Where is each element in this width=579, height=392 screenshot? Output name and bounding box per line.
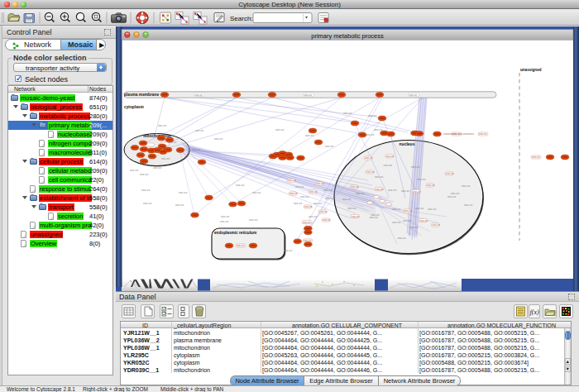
- svg-text:xxx-xx: xxx-xx: [323, 189, 332, 192]
- svg-text:xxx-xx: xxx-xx: [347, 207, 356, 210]
- svg-text:xxxxxxxxxx-xxx-xxxxxxxx: xxxxxxxxxx-xxx-xxxxxxxx: [443, 132, 474, 136]
- svg-text:xxx-xx: xxx-xx: [309, 215, 317, 218]
- svg-text:xxx-xx: xxx-xx: [284, 249, 292, 252]
- svg-text:xxx-xx: xxx-xx: [195, 129, 203, 132]
- svg-text:xxx-xx: xxx-xx: [356, 192, 364, 195]
- svg-text:xxx-xx: xxx-xx: [130, 169, 138, 172]
- svg-text:xxx-xx: xxx-xx: [221, 215, 229, 218]
- svg-text:endoplasmic reticulum: endoplasmic reticulum: [214, 231, 256, 235]
- svg-text:cytoplasm: cytoplasm: [124, 105, 144, 109]
- svg-text:xxx-xx: xxx-xx: [398, 237, 406, 240]
- svg-text:xxx-xx: xxx-xx: [532, 155, 540, 159]
- svg-text:xxx-xx: xxx-xx: [368, 114, 376, 117]
- svg-text:xxx-xx: xxx-xx: [313, 202, 322, 205]
- svg-text:xxx-xx: xxx-xx: [325, 145, 333, 148]
- svg-text:xxx-xx: xxx-xx: [295, 185, 304, 189]
- svg-text:xxx-xx: xxx-xx: [352, 215, 360, 218]
- svg-text:xxx-xx: xxx-xx: [409, 93, 418, 97]
- svg-text:xxx-xx: xxx-xx: [410, 226, 419, 229]
- svg-text:primary metabolic process: primary metabolic process: [311, 32, 384, 40]
- svg-text:xxx-xx: xxx-xx: [351, 185, 359, 189]
- svg-text:xxx-xx: xxx-xx: [309, 190, 318, 194]
- svg-text:Search:: Search:: [230, 15, 253, 22]
- svg-text:xxx-xx: xxx-xx: [392, 221, 400, 224]
- svg-text:xxx-xx: xxx-xx: [300, 195, 309, 198]
- svg-text:xxx-xx: xxx-xx: [401, 189, 409, 193]
- svg-text:xxx-xx: xxx-xx: [447, 195, 456, 198]
- svg-text:xxx-xx: xxx-xx: [417, 178, 425, 181]
- svg-text:xxx-xx: xxx-xx: [370, 216, 378, 219]
- svg-text:xxx-xx: xxx-xx: [214, 137, 223, 141]
- svg-text:xxx-xx: xxx-xx: [404, 209, 412, 213]
- svg-text:xxx-xx: xxx-xx: [446, 172, 454, 175]
- svg-text:xxx-xx: xxx-xx: [305, 134, 313, 137]
- svg-text:xxx-xx: xxx-xx: [376, 188, 384, 191]
- svg-text:xxx-xx: xxx-xx: [428, 208, 436, 211]
- svg-text:xxx-xx: xxx-xx: [343, 112, 352, 115]
- svg-text:xxx-xx: xxx-xx: [319, 210, 328, 213]
- svg-text:xxx-xx: xxx-xx: [141, 189, 150, 192]
- svg-text:xxx-xx: xxx-xx: [237, 244, 245, 247]
- svg-text:xxx-xx: xxx-xx: [427, 184, 435, 187]
- svg-text:xxx-xx: xxx-xx: [325, 197, 333, 200]
- svg-text:xxx-xx: xxx-xx: [323, 218, 331, 222]
- svg-text:xxx-xx: xxx-xx: [479, 132, 487, 136]
- svg-text:unassigned: unassigned: [520, 68, 542, 72]
- svg-text:xxx-xx: xxx-xx: [153, 166, 161, 170]
- svg-text:xxx-xx: xxx-xx: [236, 184, 244, 187]
- svg-text:xxx-xx: xxx-xx: [179, 191, 187, 194]
- svg-text:xxx-xx: xxx-xx: [420, 219, 428, 222]
- svg-text:xxx-xx: xxx-xx: [220, 220, 228, 223]
- svg-text:xxx-xx: xxx-xx: [195, 93, 203, 97]
- svg-text:xxx-xx: xxx-xx: [316, 182, 324, 185]
- svg-text:xxx-xx: xxx-xx: [175, 203, 184, 207]
- svg-text:xxx-xx: xxx-xx: [158, 124, 166, 127]
- svg-text:xxx-xx: xxx-xx: [342, 198, 351, 201]
- svg-text:xxx-xx: xxx-xx: [413, 190, 421, 194]
- svg-text:f(x): f(x): [530, 308, 539, 316]
- svg-text:xxx-xx: xxx-xx: [384, 164, 392, 167]
- svg-text:xxx-xx: xxx-xx: [365, 156, 373, 160]
- svg-text:xxx-xx: xxx-xx: [403, 219, 411, 222]
- svg-text:xxx-xx: xxx-xx: [433, 223, 441, 227]
- svg-text:xxx-xx: xxx-xx: [386, 155, 395, 158]
- svg-text:xxx-xx: xxx-xx: [411, 165, 419, 169]
- svg-text:nucleus: nucleus: [400, 141, 415, 146]
- svg-text:xxx-xx: xxx-xx: [304, 93, 313, 97]
- svg-text:xxx-xx: xxx-xx: [192, 148, 200, 151]
- svg-text:xxx-xx: xxx-xx: [252, 191, 261, 194]
- svg-text:xxx-xx: xxx-xx: [304, 205, 313, 208]
- svg-text:xxx-xx: xxx-xx: [462, 184, 470, 188]
- svg-text:xxx-xx: xxx-xx: [288, 179, 296, 182]
- svg-text:xxx-xx: xxx-xx: [249, 218, 257, 222]
- svg-text:xxx-xx: xxx-xx: [388, 189, 396, 192]
- svg-text:plasma membrane: plasma membrane: [124, 93, 159, 97]
- svg-text:xxx-xx: xxx-xx: [464, 203, 472, 207]
- svg-text:xxx-xx: xxx-xx: [451, 192, 459, 195]
- svg-text:xxx-xx: xxx-xx: [161, 157, 170, 160]
- svg-text:xxx-xx: xxx-xx: [303, 221, 311, 224]
- svg-text:xxx-xx: xxx-xx: [392, 208, 400, 211]
- svg-text:xxx-xx: xxx-xx: [140, 173, 148, 176]
- svg-text:xxx-xx: xxx-xx: [290, 192, 298, 195]
- svg-text:xxx-xx: xxx-xx: [366, 170, 375, 174]
- svg-text:xxx-xx: xxx-xx: [143, 202, 151, 205]
- svg-text:xxx-xx: xxx-xx: [415, 207, 423, 210]
- svg-text:xxx-xx: xxx-xx: [375, 175, 383, 179]
- svg-text:xxx-xx: xxx-xx: [275, 128, 284, 131]
- svg-text:xxx-xx: xxx-xx: [366, 133, 374, 136]
- svg-text:xxx-xx: xxx-xx: [294, 202, 302, 205]
